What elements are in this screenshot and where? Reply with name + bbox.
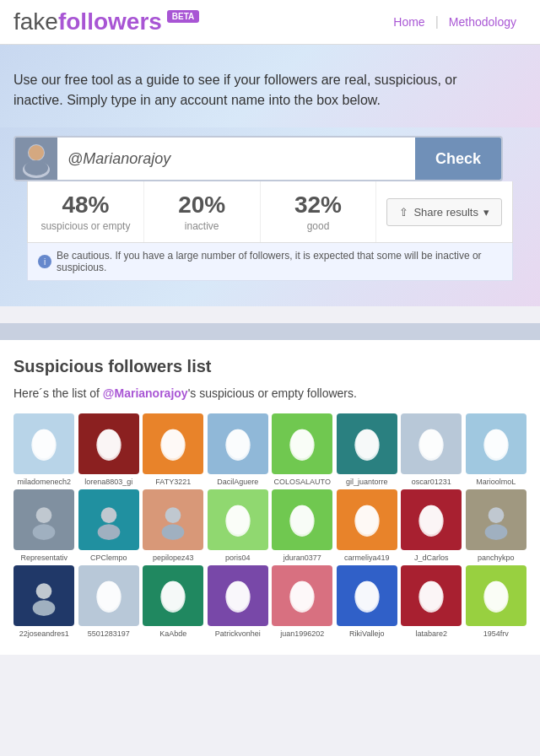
follower-name: DacilAguere xyxy=(217,478,258,486)
follower-avatar xyxy=(143,565,203,626)
follower-name: pepilopez43 xyxy=(153,554,194,562)
list-item[interactable]: gil_juantorre xyxy=(337,413,398,486)
svg-point-49 xyxy=(226,581,249,611)
info-icon: i xyxy=(38,255,51,268)
svg-point-8 xyxy=(97,429,120,459)
list-item[interactable]: RikiVallejo xyxy=(337,565,398,638)
svg-point-55 xyxy=(420,581,443,611)
stat-good: 32% good xyxy=(261,181,377,242)
inactive-percent: 20% xyxy=(151,192,253,219)
follower-name: J_dCarlos xyxy=(414,554,449,562)
nav-home[interactable]: Home xyxy=(383,10,435,34)
follower-name: CPClempo xyxy=(90,554,127,562)
follower-avatar xyxy=(143,413,203,474)
avatar-image xyxy=(15,138,57,180)
good-label: good xyxy=(267,220,370,232)
follower-name: juan1996202 xyxy=(280,629,324,638)
follower-name: RikiVallejo xyxy=(349,629,384,638)
svg-point-51 xyxy=(291,581,314,611)
stats-section: 48% suspicious or empty 20% inactive 32%… xyxy=(27,181,513,243)
follower-name: KaAbde xyxy=(159,629,186,638)
search-input[interactable] xyxy=(57,150,415,168)
followers-section: Suspicious followers list Here´s the lis… xyxy=(0,340,540,655)
share-results-button[interactable]: ⇧ Share results ▾ xyxy=(386,198,502,226)
logo-followers: followers xyxy=(58,8,162,35)
list-item[interactable]: panchykpo xyxy=(466,489,527,562)
follower-avatar xyxy=(208,489,268,550)
follower-name: COLOSALAUTO xyxy=(274,478,331,486)
svg-point-28 xyxy=(165,507,181,523)
list-item[interactable]: latabare2 xyxy=(401,565,462,638)
list-item[interactable]: poris04 xyxy=(208,489,269,562)
follower-avatar xyxy=(466,489,526,550)
svg-point-39 xyxy=(488,507,504,523)
follower-name: gil_juantorre xyxy=(346,478,388,486)
svg-point-25 xyxy=(100,507,116,523)
follower-name: jduran0377 xyxy=(284,554,321,562)
search-box: Check xyxy=(14,136,503,181)
svg-point-29 xyxy=(162,524,185,540)
desc-prefix: Here´s the list of xyxy=(14,386,103,400)
follower-name: lorena8803_gi xyxy=(84,478,132,486)
list-item[interactable]: carmeliya419 xyxy=(337,489,398,562)
svg-point-35 xyxy=(355,505,378,535)
suspicious-label: suspicious or empty xyxy=(35,220,137,232)
follower-avatar xyxy=(401,565,462,626)
list-item[interactable]: jduran0377 xyxy=(272,489,333,562)
svg-point-18 xyxy=(420,429,443,459)
follower-avatar xyxy=(337,489,397,550)
list-item[interactable]: Representativ xyxy=(14,489,75,562)
list-item[interactable]: CPClempo xyxy=(78,489,140,562)
list-item[interactable]: DacilAguere xyxy=(208,413,269,486)
list-item[interactable]: FATY3221 xyxy=(143,413,204,486)
nav-methodology[interactable]: Methodology xyxy=(439,10,526,34)
list-item[interactable]: miladomenech2 xyxy=(14,413,75,486)
inactive-label: inactive xyxy=(151,220,253,232)
main-nav: Home | Methodology xyxy=(383,10,526,34)
follower-avatar xyxy=(401,489,462,550)
follower-avatar xyxy=(272,489,332,550)
follower-name: 5501283197 xyxy=(88,629,130,638)
svg-point-53 xyxy=(355,581,378,611)
list-item[interactable]: 1954frv xyxy=(466,565,527,638)
svg-point-4 xyxy=(24,160,48,176)
list-item[interactable]: 22joseandres1 xyxy=(14,565,75,638)
follower-name: carmeliya419 xyxy=(344,554,390,562)
svg-point-47 xyxy=(162,581,185,611)
info-bar: i Be cautious. If you have a large numbe… xyxy=(27,243,513,281)
hero-section: Use our free tool as a guide to see if y… xyxy=(0,45,540,127)
list-item[interactable]: juan1996202 xyxy=(272,565,333,638)
section-divider xyxy=(0,323,540,340)
follower-name: Representativ xyxy=(20,554,68,562)
list-item[interactable]: MarioolmoL xyxy=(466,413,527,486)
list-item[interactable]: J_dCarlos xyxy=(401,489,462,562)
svg-point-22 xyxy=(36,507,52,523)
list-item[interactable]: 5501283197 xyxy=(78,565,140,638)
list-item[interactable]: lorena8803_gi xyxy=(78,413,140,486)
follower-name: latabare2 xyxy=(415,629,447,638)
follower-name: MarioolmoL xyxy=(476,478,516,486)
svg-point-10 xyxy=(162,429,185,459)
svg-point-31 xyxy=(226,505,249,535)
search-avatar xyxy=(15,138,57,180)
stat-inactive: 20% inactive xyxy=(144,181,261,242)
follower-avatar xyxy=(143,489,203,550)
follower-avatar xyxy=(14,489,74,550)
svg-point-57 xyxy=(484,581,507,611)
follower-avatar xyxy=(78,565,139,626)
follower-avatar xyxy=(401,413,462,474)
check-button[interactable]: Check xyxy=(415,138,501,180)
svg-point-37 xyxy=(420,505,443,535)
list-item[interactable]: COLOSALAUTO xyxy=(272,413,333,486)
list-item[interactable]: pepilopez43 xyxy=(143,489,204,562)
follower-avatar xyxy=(272,413,332,474)
list-item[interactable]: Patrickvonhei xyxy=(208,565,269,638)
follower-name: 22joseandres1 xyxy=(19,629,69,638)
desc-suffix: 's suspicious or empty followers. xyxy=(188,386,357,400)
logo-text: fakefollowers xyxy=(14,8,162,35)
follower-name: Patrickvonhei xyxy=(215,629,261,638)
list-item[interactable]: KaAbde xyxy=(143,565,204,638)
follower-avatar xyxy=(337,565,397,626)
svg-point-14 xyxy=(291,429,314,459)
list-item[interactable]: oscar01231 xyxy=(401,413,462,486)
